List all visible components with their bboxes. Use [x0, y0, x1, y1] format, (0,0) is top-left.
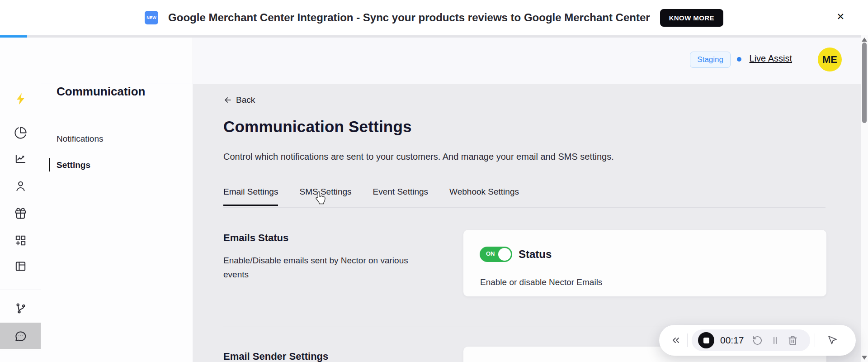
tab-email-settings[interactable]: Email Settings [223, 187, 278, 206]
scrollbar-up-arrow[interactable] [862, 38, 867, 42]
section-desc-emails-status: Enable/Disable emails sent by Nector on … [223, 253, 409, 281]
screen-recorder-toolbar: 00:17 [659, 325, 856, 356]
line-chart-icon[interactable] [0, 146, 41, 171]
new-badge-icon: NEW [145, 11, 158, 24]
emails-status-card: ON Status Enable or disable Nector Email… [463, 230, 826, 296]
recorder-controls: 00:17 [692, 329, 810, 351]
icon-rail [0, 38, 41, 362]
progress-track [0, 35, 868, 38]
chat-bubble-icon[interactable] [0, 323, 41, 349]
progress-fill [0, 35, 27, 38]
live-status-dot [737, 57, 741, 62]
toggle-knob [498, 248, 511, 261]
subnav-title: Communication [57, 85, 145, 99]
apps-grid-plus-icon[interactable] [0, 228, 41, 253]
banner-close-icon[interactable]: ✕ [836, 12, 844, 21]
promo-banner: NEW Google Merchant Center Integration -… [0, 0, 868, 35]
status-card-title: Status [519, 248, 552, 261]
layout-panel-icon[interactable] [0, 253, 41, 279]
stop-square-icon [703, 338, 709, 343]
status-card-description: Enable or disable Nector Emails [480, 277, 602, 287]
pause-icon[interactable] [769, 334, 781, 346]
tab-event-settings[interactable]: Event Settings [373, 187, 429, 206]
section-heading-email-sender: Email Sender Settings [223, 351, 328, 362]
active-item-bar [49, 158, 50, 171]
git-branch-icon[interactable] [0, 295, 41, 321]
status-toggle[interactable]: ON [480, 247, 512, 262]
subnav-divider [41, 84, 193, 84]
settings-tabs: Email Settings SMS Settings Event Settin… [223, 187, 519, 206]
rail-divider [0, 351, 41, 351]
back-label: Back [236, 95, 255, 105]
avatar[interactable]: ME [818, 48, 842, 71]
toggle-on-label: ON [486, 250, 495, 257]
live-assist-link[interactable]: Live Assist [750, 53, 792, 64]
communication-subnav: Communication Notifications Settings [41, 38, 193, 362]
lightning-logo-icon[interactable] [0, 86, 41, 111]
rail-divider [0, 290, 41, 290]
toolbar-divider [687, 333, 688, 347]
tab-sms-settings[interactable]: SMS Settings [299, 187, 351, 206]
main-content: Back Communication Settings Control whic… [193, 84, 861, 362]
promo-banner-text: Google Merchant Center Integration - Syn… [168, 11, 650, 24]
back-button[interactable]: Back [223, 95, 255, 105]
user-icon[interactable] [0, 173, 41, 199]
page-title: Communication Settings [223, 118, 412, 136]
sidebar-item-settings[interactable]: Settings [57, 160, 90, 170]
scrollbar-thumb[interactable] [862, 43, 867, 123]
rotate-reset-icon[interactable] [751, 334, 763, 346]
stop-record-button[interactable] [698, 332, 714, 348]
trash-icon[interactable] [787, 334, 798, 346]
vertical-scrollbar [861, 35, 868, 362]
gift-icon[interactable] [0, 200, 41, 226]
arrow-left-icon [223, 95, 232, 105]
tab-webhook-settings[interactable]: Webhook Settings [449, 187, 519, 206]
know-more-button[interactable]: KNOW MORE [660, 9, 723, 27]
recording-timer: 00:17 [720, 335, 745, 346]
scrollbar-down-arrow[interactable] [862, 356, 867, 360]
sidebar-item-notifications[interactable]: Notifications [57, 134, 104, 144]
environment-badge: Staging [690, 52, 731, 68]
mouse-pointer-icon[interactable] [826, 333, 839, 347]
pie-chart-icon[interactable] [0, 120, 41, 145]
collapse-left-icon[interactable] [669, 333, 683, 347]
toolbar-divider [815, 333, 815, 347]
top-header: Staging Live Assist ME [193, 38, 861, 84]
page-subtitle: Control which notifications are sent to … [223, 152, 614, 162]
section-heading-emails-status: Emails Status [223, 232, 288, 244]
tabs-rule [223, 207, 826, 208]
